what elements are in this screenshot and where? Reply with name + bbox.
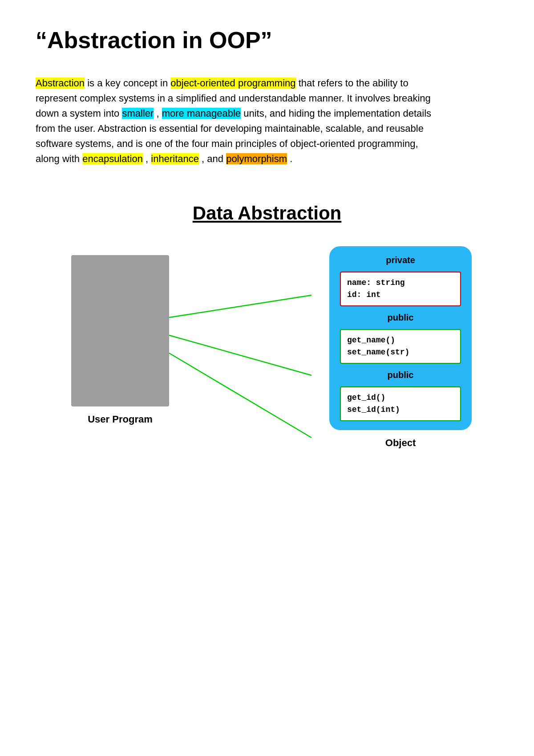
- encapsulation-highlight: encapsulation: [82, 153, 143, 164]
- private-header: private: [340, 255, 461, 265]
- public-header-2: public: [340, 370, 461, 380]
- page-title: “Abstraction in OOP”: [36, 27, 498, 53]
- public-header-1: public: [340, 313, 461, 323]
- user-program-label: User Program: [88, 414, 153, 425]
- object-label: Object: [385, 437, 416, 449]
- smaller-highlight: smaller: [122, 108, 154, 119]
- object-section: private name: stringid: int public get_n…: [329, 246, 472, 449]
- private-fields-text: name: stringid: int: [347, 277, 454, 301]
- intro-text-6: , and: [202, 153, 226, 164]
- svg-line-1: [169, 335, 312, 375]
- abstraction-highlight: Abstraction: [36, 77, 85, 89]
- public-methods-text-1: get_name()set_name(str): [347, 334, 454, 358]
- intro-text-5: ,: [146, 153, 151, 164]
- svg-line-2: [169, 353, 312, 438]
- private-fields-box: name: stringid: int: [340, 272, 461, 306]
- svg-line-0: [169, 295, 312, 317]
- inheritance-highlight: inheritance: [151, 153, 199, 164]
- intro-text-7: .: [290, 153, 292, 164]
- intro-text-1: is a key concept in: [87, 77, 170, 89]
- public-methods-box-2: get_id()set_id(int): [340, 386, 461, 421]
- section-title: Data Abstraction: [36, 203, 498, 224]
- intro-text-3: ,: [156, 108, 162, 119]
- diagram-container: User Program private name: stringid: int…: [36, 246, 498, 513]
- intro-paragraph: Abstraction is a key concept in object-o…: [36, 76, 436, 167]
- oop-highlight: object-oriented programming: [170, 77, 295, 89]
- user-program-box: [71, 255, 169, 406]
- polymorphism-highlight: polymorphism: [226, 153, 287, 164]
- public-methods-box-1: get_name()set_name(str): [340, 329, 461, 364]
- user-program-section: User Program: [71, 255, 169, 425]
- public-methods-text-2: get_id()set_id(int): [347, 392, 454, 416]
- manageable-highlight: more manageable: [162, 108, 241, 119]
- object-box: private name: stringid: int public get_n…: [329, 246, 472, 430]
